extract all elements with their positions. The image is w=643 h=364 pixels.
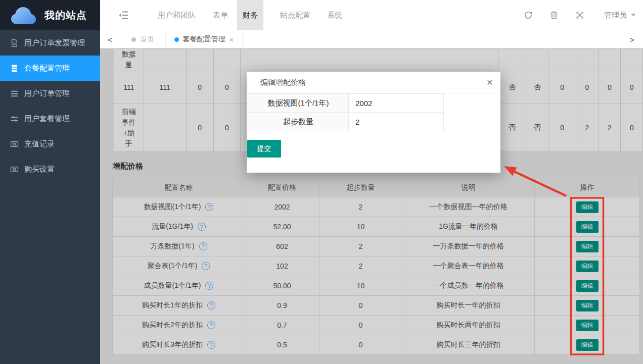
column-header-config-name: 配置名称 bbox=[113, 178, 245, 197]
cloud-logo-icon bbox=[9, 5, 37, 25]
config-price: 52.00 bbox=[245, 217, 319, 237]
help-icon[interactable]: ? bbox=[205, 203, 213, 211]
cell: 2 bbox=[599, 103, 621, 152]
edit-button[interactable]: 编辑 bbox=[576, 201, 599, 213]
config-price: 0.9 bbox=[245, 296, 319, 316]
close-icon[interactable]: × bbox=[487, 76, 493, 88]
topmenu-label: 财务 bbox=[243, 11, 258, 20]
cell: 0 bbox=[599, 71, 621, 103]
sidebar-item-user-order-management[interactable]: 用户订单管理 bbox=[0, 81, 100, 106]
trash-icon[interactable] bbox=[549, 11, 559, 20]
cell: 否 bbox=[498, 103, 526, 152]
description: 1G流量一年的价格 bbox=[402, 217, 535, 237]
edit-button[interactable]: 编辑 bbox=[576, 339, 599, 351]
table-row: 万条数据(1年)? 602 2 一万条数据一年的价格 编辑 bbox=[113, 237, 640, 256]
description: 一万条数据一年的价格 bbox=[402, 237, 535, 256]
cell: 0 bbox=[213, 71, 240, 103]
modal-header: 编辑增配价格 bbox=[247, 72, 500, 93]
site-title: 我的站点 bbox=[44, 9, 87, 22]
help-icon[interactable]: ? bbox=[207, 321, 215, 329]
help-icon[interactable]: ? bbox=[207, 301, 215, 309]
config-price: 102 bbox=[245, 256, 319, 276]
description: 购买时长三年的折扣 bbox=[402, 335, 535, 355]
help-icon[interactable]: ? bbox=[205, 282, 213, 290]
admin-dropdown[interactable]: 管理员 bbox=[604, 0, 636, 30]
cell: 否 bbox=[526, 103, 548, 152]
column-header-description: 说明 bbox=[402, 178, 535, 197]
description: 一个成员数一年的价格 bbox=[402, 276, 535, 296]
tabs-scroll-right-button[interactable]: > bbox=[621, 30, 643, 48]
tab-home[interactable]: 首页 bbox=[120, 30, 166, 48]
banknote-icon bbox=[10, 140, 19, 148]
cell: 0 bbox=[621, 103, 643, 152]
tab-status-dot bbox=[174, 37, 179, 42]
sidebar-item-label: 套餐配置管理 bbox=[24, 64, 70, 73]
sidebar-item-label: 用户订单管理 bbox=[24, 89, 70, 98]
field-label-data-view: 数据视图(1个/1年) bbox=[248, 93, 349, 113]
tab-label: 套餐配置管理 bbox=[183, 35, 225, 44]
tabbar: < 首页 套餐配置管理 × > bbox=[100, 30, 643, 48]
sidebar-item-user-package-management[interactable]: 用户套餐管理 bbox=[0, 106, 100, 131]
config-name: 购买时长2年的折扣 bbox=[142, 321, 203, 330]
fullscreen-icon[interactable] bbox=[575, 11, 584, 20]
min-quantity: 2 bbox=[319, 197, 402, 217]
help-icon[interactable]: ? bbox=[199, 242, 207, 250]
topmenu-site-config[interactable]: 站点配置 bbox=[278, 0, 312, 30]
table-row: 购买时长2年的折扣? 0.7 0 购买时长两年的折扣 编辑 bbox=[113, 316, 640, 335]
order-list-icon bbox=[10, 89, 19, 98]
chevron-right-icon: > bbox=[630, 35, 634, 44]
sidebar-item-invoice-management[interactable]: 用户订单发票管理 bbox=[0, 30, 100, 56]
sidebar-item-recharge-records[interactable]: 充值记录 bbox=[0, 131, 100, 157]
section-title-addon-pricing: 增配价格 bbox=[113, 162, 143, 171]
edit-button[interactable]: 编辑 bbox=[576, 221, 599, 233]
edit-button[interactable]: 编辑 bbox=[576, 300, 599, 311]
edit-button[interactable]: 编辑 bbox=[576, 320, 599, 331]
edit-button[interactable]: 编辑 bbox=[576, 280, 599, 292]
cell: 0 bbox=[548, 103, 576, 152]
min-quantity: 0 bbox=[319, 296, 402, 316]
sidebar-item-purchase-settings[interactable]: 购买设置 bbox=[0, 157, 100, 182]
invoice-file-icon bbox=[10, 39, 19, 47]
admin-label: 管理员 bbox=[604, 11, 627, 20]
addon-pricing-table: 配置名称 配置价格 起步数量 说明 操作 数据视图(1个/1年)? 2002 2… bbox=[112, 178, 640, 355]
topmenu-forms[interactable]: 表单 bbox=[211, 0, 230, 30]
collapse-menu-icon[interactable] bbox=[118, 11, 128, 20]
tab-label: 首页 bbox=[140, 35, 154, 44]
tab-package-config[interactable]: 套餐配置管理 × bbox=[166, 30, 243, 48]
tab-status-dot bbox=[131, 37, 136, 42]
config-name: 流量(1G/1年) bbox=[152, 222, 193, 231]
edit-button[interactable]: 编辑 bbox=[576, 261, 599, 272]
caret-down-icon bbox=[631, 14, 636, 17]
config-name: 万条数据(1年) bbox=[150, 242, 194, 251]
min-quantity-input[interactable]: 2 bbox=[349, 112, 444, 131]
table-row: 数据量 bbox=[114, 49, 643, 71]
topbar-action-icons bbox=[524, 0, 584, 30]
cell: 111 bbox=[114, 71, 144, 103]
cell: 0 bbox=[186, 71, 213, 103]
edit-button[interactable]: 编辑 bbox=[576, 241, 599, 252]
topmenu-users-teams[interactable]: 用户和团队 bbox=[156, 0, 198, 30]
table-row: 购买时长1年的折扣? 0.9 0 购买时长一年的折扣 编辑 bbox=[113, 296, 640, 316]
cell: 0 bbox=[213, 103, 240, 152]
help-icon[interactable]: ? bbox=[202, 262, 210, 270]
submit-button[interactable]: 提交 bbox=[247, 140, 281, 158]
help-icon[interactable]: ? bbox=[198, 223, 206, 231]
cell: 0 bbox=[576, 71, 598, 103]
cell bbox=[144, 103, 186, 152]
cell: 前端事件+助手 bbox=[120, 107, 137, 149]
sidebar-item-package-config-management[interactable]: 套餐配置管理 bbox=[0, 56, 100, 81]
topmenu-finance[interactable]: 财务 bbox=[237, 0, 263, 30]
config-price: 602 bbox=[245, 237, 319, 256]
cell: 0 bbox=[548, 71, 576, 103]
config-name: 成员数量(1个/1年) bbox=[144, 281, 201, 290]
topmenu-system[interactable]: 系统 bbox=[325, 0, 344, 30]
tabs-scroll-left-button[interactable]: < bbox=[100, 30, 120, 48]
tab-close-icon[interactable]: × bbox=[229, 35, 234, 44]
column-header-min-quantity: 起步数量 bbox=[319, 178, 402, 197]
help-icon[interactable]: ? bbox=[207, 341, 215, 349]
cell: 0 bbox=[186, 103, 213, 152]
topmenu-label: 系统 bbox=[327, 11, 342, 20]
refresh-icon[interactable] bbox=[524, 11, 533, 20]
data-view-price-input[interactable]: 2002 bbox=[349, 93, 444, 113]
config-price: 0.7 bbox=[245, 316, 319, 335]
